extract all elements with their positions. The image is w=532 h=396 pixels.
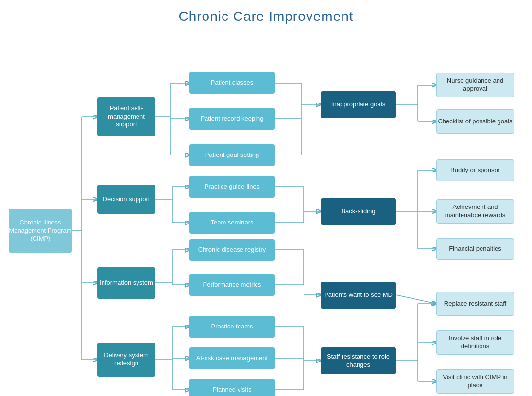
node-nga: Nurse guidance and approval: [436, 73, 514, 97]
node-fp: Financial penalties: [436, 238, 514, 260]
node-is: Information system: [97, 267, 155, 299]
node-bos: Buddy or sponsor: [436, 159, 514, 181]
node-pgs: Patient goal-setting: [189, 144, 275, 166]
node-amr: Achievment and maintenabce rewards: [436, 199, 514, 224]
node-pc: Patient classes: [189, 72, 275, 94]
node-pm: Performance metrics: [189, 274, 275, 296]
node-ts: Team seminars: [189, 212, 275, 234]
node-cpg: Checklist of possible goals: [436, 109, 514, 134]
node-psm: Patient self- management support: [97, 97, 155, 136]
node-ig: Inappropriate goals: [321, 91, 396, 118]
node-root: Chronic Illness Management Program (CIMP…: [9, 209, 72, 253]
node-pwsmd: Patients want to see MD: [321, 282, 396, 309]
node-arcm: At-risk case management: [189, 347, 275, 369]
node-rrs: Replace resistant staff: [436, 292, 514, 316]
node-pgl: Practice guide-lines: [189, 176, 275, 198]
svg-line-51: [396, 295, 436, 304]
node-ds: Decision support: [97, 185, 155, 214]
page-title: Chronic Care Improvement: [0, 0, 532, 29]
node-pv: Planned visits: [189, 379, 275, 396]
node-bs: Back-sliding: [321, 198, 396, 225]
node-prk: Patient record keeping: [189, 108, 275, 130]
node-srrc: Staff resistance to role changes: [321, 347, 396, 374]
node-cdr: Chronic disease registry: [189, 239, 275, 261]
diagram: Chronic Illness Management Program (CIMP…: [0, 29, 532, 396]
node-isrd: Involve staff in role definitions: [436, 330, 514, 355]
node-vcc: Visit clinic with CIMP in place: [436, 369, 514, 394]
node-dsr: Delivery system redesign: [97, 343, 155, 377]
node-pt: Practice teams: [189, 316, 275, 338]
